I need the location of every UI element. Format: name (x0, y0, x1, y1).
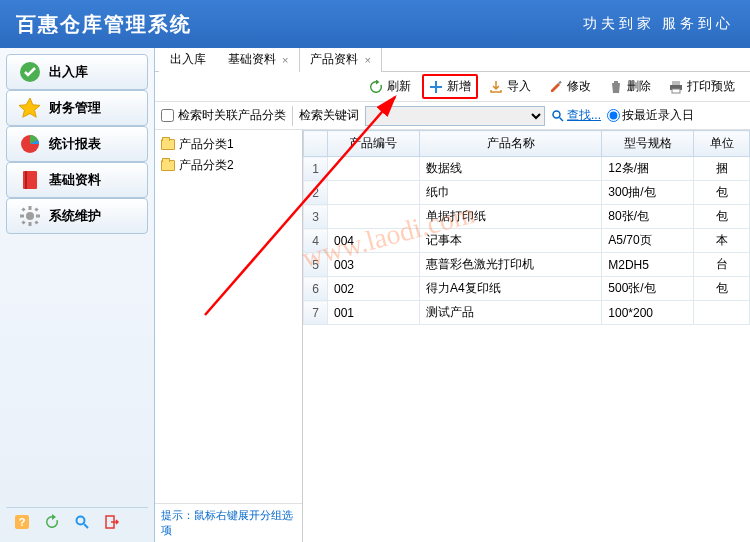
cell-name: 记事本 (419, 229, 601, 253)
edit-button[interactable]: 修改 (542, 74, 598, 99)
print-button[interactable]: 打印预览 (662, 74, 742, 99)
sidebar: 出入库财务管理统计报表基础资料系统维护 ? (0, 48, 155, 542)
folder-icon (161, 139, 175, 150)
product-table-pane: 产品编号产品名称型号规格单位 1数据线12条/捆捆2纸巾300抽/包包3单据打印… (303, 130, 750, 542)
cell-spec: 12条/捆 (602, 157, 694, 181)
table-row[interactable]: 6002得力A4复印纸500张/包包 (304, 277, 750, 301)
rownum-header (304, 131, 328, 157)
tree-node[interactable]: 产品分类2 (161, 155, 296, 176)
close-icon[interactable]: × (364, 54, 370, 66)
column-header[interactable]: 产品编号 (328, 131, 420, 157)
add-label: 新增 (447, 78, 471, 95)
tab-bar: 出入库基础资料×产品资料× (155, 48, 750, 72)
nav-check-circle[interactable]: 出入库 (6, 54, 148, 90)
svg-rect-8 (36, 215, 40, 218)
delete-button[interactable]: 删除 (602, 74, 658, 99)
search-icon (551, 109, 565, 123)
row-number: 6 (304, 277, 328, 301)
svg-rect-6 (29, 222, 32, 226)
search-link[interactable]: 查找... (551, 107, 601, 124)
tree-node[interactable]: 产品分类1 (161, 134, 296, 155)
cell-name: 单据打印纸 (419, 205, 601, 229)
book-icon (19, 169, 41, 191)
table-row[interactable]: 1数据线12条/捆捆 (304, 157, 750, 181)
nav-star[interactable]: 财务管理 (6, 90, 148, 126)
recent-radio-input[interactable] (607, 109, 620, 122)
column-header[interactable]: 型号规格 (602, 131, 694, 157)
help-icon[interactable]: ? (14, 514, 30, 530)
recent-radio[interactable]: 按最近录入日 (607, 107, 694, 124)
svg-point-22 (553, 111, 560, 118)
cell-unit: 包 (694, 181, 750, 205)
delete-icon (609, 80, 623, 94)
svg-line-23 (560, 117, 564, 121)
row-number: 1 (304, 157, 328, 181)
refresh-icon[interactable] (44, 514, 60, 530)
svg-rect-18 (558, 80, 562, 84)
svg-rect-7 (20, 215, 24, 218)
delete-label: 删除 (627, 78, 651, 95)
edit-label: 修改 (567, 78, 591, 95)
nav-label: 出入库 (49, 63, 88, 81)
table-row[interactable]: 2纸巾300抽/包包 (304, 181, 750, 205)
check-circle-icon (19, 61, 41, 83)
import-icon (489, 80, 503, 94)
tree-node-label: 产品分类1 (179, 136, 234, 153)
refresh-label: 刷新 (387, 78, 411, 95)
table-row[interactable]: 7001测试产品100*200 (304, 301, 750, 325)
refresh-button[interactable]: 刷新 (362, 74, 418, 99)
search-icon[interactable] (74, 514, 90, 530)
cell-unit: 本 (694, 229, 750, 253)
keyword-select[interactable] (365, 106, 545, 126)
app-title: 百惠仓库管理系统 (16, 11, 192, 38)
row-number: 7 (304, 301, 328, 325)
cell-unit: 包 (694, 205, 750, 229)
edit-icon (549, 80, 563, 94)
tab[interactable]: 基础资料× (217, 48, 299, 72)
cell-unit: 捆 (694, 157, 750, 181)
cell-code: 004 (328, 229, 420, 253)
table-row[interactable]: 5003惠普彩色激光打印机M2DH5台 (304, 253, 750, 277)
pie-icon (19, 133, 41, 155)
row-number: 2 (304, 181, 328, 205)
svg-rect-10 (34, 220, 38, 224)
column-header[interactable]: 单位 (694, 131, 750, 157)
cascade-label: 检索时关联产品分类 (178, 107, 286, 124)
cell-name: 测试产品 (419, 301, 601, 325)
star-icon (19, 97, 41, 119)
app-slogan: 功夫到家 服务到心 (583, 15, 735, 33)
cell-unit: 台 (694, 253, 750, 277)
table-row[interactable]: 3单据打印纸80张/包包 (304, 205, 750, 229)
close-icon[interactable]: × (282, 54, 288, 66)
tab[interactable]: 产品资料× (299, 48, 381, 72)
cell-spec: M2DH5 (602, 253, 694, 277)
cell-name: 惠普彩色激光打印机 (419, 253, 601, 277)
nav-book[interactable]: 基础资料 (6, 162, 148, 198)
svg-rect-21 (672, 89, 680, 93)
cascade-checkbox-input[interactable] (161, 109, 174, 122)
cell-code: 002 (328, 277, 420, 301)
table-row[interactable]: 4004记事本A5/70页本 (304, 229, 750, 253)
tree-pane: 产品分类1产品分类2 提示：鼠标右键展开分组选项 (155, 130, 303, 542)
svg-rect-3 (25, 171, 27, 189)
cascade-checkbox[interactable]: 检索时关联产品分类 (161, 107, 286, 124)
tab-label: 产品资料 (310, 51, 358, 68)
cell-spec: A5/70页 (602, 229, 694, 253)
add-button[interactable]: 新增 (422, 74, 478, 99)
nav-gear[interactable]: 系统维护 (6, 198, 148, 234)
refresh-icon (369, 80, 383, 94)
tab-label: 出入库 (170, 51, 206, 68)
svg-line-16 (84, 524, 88, 528)
exit-icon[interactable] (104, 514, 120, 530)
svg-rect-5 (29, 206, 32, 210)
nav-pie[interactable]: 统计报表 (6, 126, 148, 162)
cell-code (328, 205, 420, 229)
column-header[interactable]: 产品名称 (419, 131, 601, 157)
import-button[interactable]: 导入 (482, 74, 538, 99)
svg-text:?: ? (19, 516, 26, 528)
tab[interactable]: 出入库 (159, 48, 217, 72)
tree-hint: 提示：鼠标右键展开分组选项 (155, 503, 302, 542)
cell-spec: 500张/包 (602, 277, 694, 301)
svg-rect-12 (21, 220, 25, 224)
recent-label: 按最近录入日 (622, 107, 694, 124)
